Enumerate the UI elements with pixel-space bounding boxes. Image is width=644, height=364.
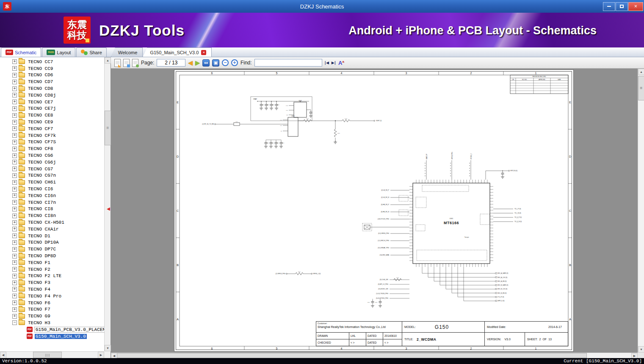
expand-icon[interactable]: +: [12, 287, 17, 292]
expand-icon[interactable]: +: [12, 133, 17, 138]
collapse-icon[interactable]: −: [12, 320, 17, 325]
tree-folder-tecno-ci6[interactable]: +TECNO CI6: [0, 186, 104, 192]
expand-icon[interactable]: +: [12, 80, 17, 84]
sidebar-hscrollbar-thumb[interactable]: [33, 352, 62, 358]
viewer-scroll-down-icon[interactable]: ▼: [638, 346, 644, 353]
tree-folder-tecno-cf7s[interactable]: +TECNO CF7S: [0, 139, 104, 146]
expand-icon[interactable]: +: [12, 294, 17, 298]
tree-folder-tecno-ci6n[interactable]: +TECNO CI6n: [0, 192, 104, 199]
tree-file[interactable]: PDFG150_Main_PCB_V3.0_PLACEM: [0, 326, 104, 333]
tree-folder-tecno-cd8[interactable]: +TECNO CD8: [0, 85, 104, 92]
find-prev-icon[interactable]: |◀: [325, 60, 329, 66]
copy-page-icon[interactable]: [123, 59, 130, 67]
expand-icon[interactable]: +: [12, 167, 17, 171]
next-page-button[interactable]: ▶: [195, 60, 200, 66]
tree-folder-tecno-h3[interactable]: −TECNO H3: [0, 320, 104, 326]
tree-folder-tecno-dp8d[interactable]: +TECNO DP8D: [0, 253, 104, 259]
tree-folder-tecno-f3[interactable]: +TECNO F3: [0, 279, 104, 286]
tree-folder-tecno-cx-h501[interactable]: +TECNO CX-H501: [0, 219, 104, 226]
expand-icon[interactable]: +: [12, 307, 17, 312]
expand-icon[interactable]: +: [12, 120, 17, 125]
tree-folder-tecno-dp10a[interactable]: +TECNO DP10A: [0, 239, 104, 246]
tree-folder-tecno-ch6i[interactable]: +TECNO CH6i: [0, 179, 104, 186]
tree-folder-tecno-cg7n[interactable]: +TECNO CG7n: [0, 172, 104, 179]
tree-folder-tecno-cf7k[interactable]: +TECNO CF7k: [0, 132, 104, 139]
tree-folder-tecno-ce9[interactable]: +TECNO CE9: [0, 119, 104, 125]
tree-folder-tecno-cc7[interactable]: +TECNO CC7: [0, 58, 104, 65]
viewer[interactable]: 665544332211EEDDCCBBAAREVISION RECORDLTR…: [111, 69, 644, 358]
tree-folder-tecno-ci8n[interactable]: +TECNO CI8n: [0, 212, 104, 219]
expand-icon[interactable]: +: [12, 86, 17, 91]
zoom-out-icon[interactable]: −: [222, 59, 229, 66]
expand-icon[interactable]: +: [12, 193, 17, 198]
expand-icon[interactable]: +: [12, 274, 17, 278]
font-size-icon[interactable]: Aa: [338, 60, 344, 66]
find-input[interactable]: [254, 59, 322, 67]
expand-icon[interactable]: +: [12, 220, 17, 225]
expand-icon[interactable]: +: [12, 126, 17, 131]
doc-tab-current[interactable]: G150_Main_SCH_V3.0 ×: [143, 47, 212, 57]
tree-folder-tecno-cd6[interactable]: +TECNO CD6: [0, 72, 104, 79]
viewer-scroll-right-icon[interactable]: ▶: [631, 353, 638, 358]
fit-width-icon[interactable]: ↔: [202, 59, 210, 67]
zoom-in-icon[interactable]: +: [231, 59, 238, 66]
tree-folder-tecno-cd8j[interactable]: +TECNO CD8j: [0, 92, 104, 99]
tree-folder-tecno-f2[interactable]: +TECNO F2: [0, 266, 104, 273]
expand-icon[interactable]: +: [12, 113, 17, 118]
tree-folder-tecno-ci7n[interactable]: +TECNO CI7n: [0, 199, 104, 206]
doc-tab-welcome[interactable]: Welcome: [111, 47, 143, 57]
tree-folder-tecno-g9[interactable]: +TECNO G9: [0, 313, 104, 320]
tree-folder-tecno-f6[interactable]: +TECNO F6: [0, 300, 104, 306]
expand-icon[interactable]: +: [12, 227, 17, 231]
viewer-scroll-up-icon[interactable]: ▲: [638, 69, 644, 75]
expand-icon[interactable]: +: [12, 260, 17, 265]
expand-icon[interactable]: +: [12, 106, 17, 111]
tree-folder-tecno-f7[interactable]: +TECNO F7: [0, 306, 104, 313]
sidebar-vscrollbar[interactable]: ▲ ≡ ▼: [104, 57, 111, 351]
tree-file[interactable]: PDFG150_Main_SCH_V3.0: [0, 333, 104, 340]
sidebar-scrollbar-thumb[interactable]: ≡: [105, 111, 111, 145]
expand-icon[interactable]: +: [12, 267, 17, 272]
expand-icon[interactable]: +: [12, 140, 17, 144]
tree-folder-tecno-d1[interactable]: +TECNO D1: [0, 233, 104, 239]
tree-folder-tecno-dp7c[interactable]: +TECNO DP7C: [0, 246, 104, 253]
tree-folder-tecno-f2-lte[interactable]: +TECNO F2 LTE: [0, 273, 104, 280]
fit-page-icon[interactable]: ▣: [212, 59, 219, 67]
expand-icon[interactable]: +: [12, 240, 17, 245]
close-button[interactable]: ×: [628, 2, 643, 11]
expand-icon[interactable]: +: [12, 180, 17, 185]
sidebar-hscrollbar[interactable]: ◀ ▶: [0, 351, 104, 358]
expand-icon[interactable]: +: [12, 254, 17, 258]
viewer-scroll-left-icon[interactable]: ◀: [111, 353, 117, 358]
expand-icon[interactable]: +: [12, 153, 17, 158]
minimize-button[interactable]: [603, 2, 615, 11]
tree-folder-tecno-cf8[interactable]: +TECNO CF8: [0, 145, 104, 152]
viewer-hscrollbar[interactable]: ◀ ▶: [111, 353, 638, 358]
expand-icon[interactable]: +: [12, 100, 17, 104]
find-next-icon[interactable]: ▶|: [332, 60, 336, 66]
scroll-down-icon[interactable]: ▼: [105, 345, 111, 351]
tree-folder-tecno-cxair[interactable]: +TECNO CXAir: [0, 226, 104, 233]
expand-icon[interactable]: +: [12, 200, 17, 205]
expand-icon[interactable]: +: [12, 59, 17, 64]
tree-folder-tecno-f1[interactable]: +TECNO F1: [0, 259, 104, 266]
tree-folder-tecno-cc9[interactable]: +TECNO CC9: [0, 65, 104, 72]
tree-folder-tecno-cd7[interactable]: +TECNO CD7: [0, 78, 104, 85]
single-page-view-icon[interactable]: [114, 59, 121, 67]
viewer-scrollbar-thumb[interactable]: ≡: [638, 76, 644, 100]
expand-icon[interactable]: +: [12, 93, 17, 97]
tree-folder-tecno-cg7[interactable]: +TECNO CG7: [0, 166, 104, 172]
tree-folder-tecno-f4-pro[interactable]: +TECNO F4 Pro: [0, 293, 104, 300]
tab-layout[interactable]: PADS Layout: [42, 47, 75, 57]
tree-folder-tecno-f4[interactable]: +TECNO F4: [0, 286, 104, 293]
expand-icon[interactable]: +: [12, 187, 17, 192]
scroll-right-icon[interactable]: ▶: [98, 352, 104, 358]
expand-icon[interactable]: +: [12, 207, 17, 211]
tree-folder-tecno-ce7j[interactable]: +TECNO CE7j: [0, 106, 104, 112]
multi-page-view-icon[interactable]: [132, 59, 138, 67]
maximize-button[interactable]: [616, 2, 628, 11]
tree-folder-tecno-cf7[interactable]: +TECNO CF7: [0, 125, 104, 132]
scroll-left-icon[interactable]: ◀: [0, 352, 6, 358]
tree-folder-tecno-ce8[interactable]: +TECNO CE8: [0, 112, 104, 119]
prev-page-button[interactable]: ◀: [188, 60, 193, 66]
